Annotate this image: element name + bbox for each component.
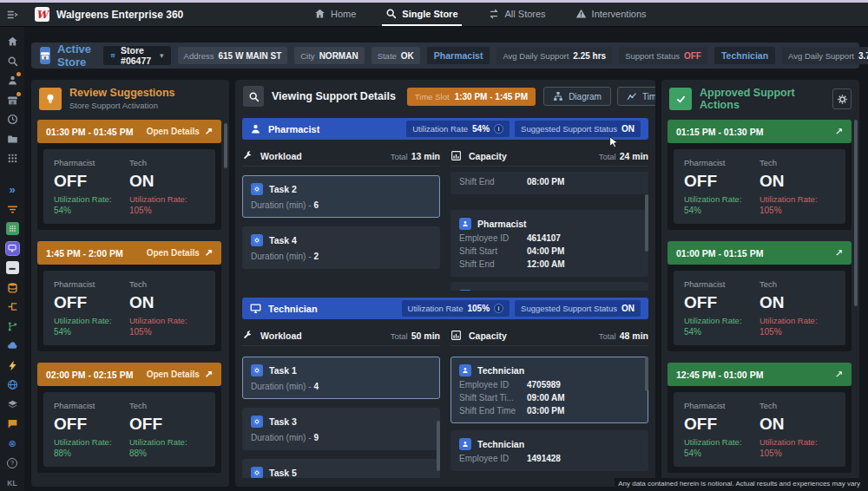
open-arrow-icon: ↗: [835, 369, 843, 380]
suggestion-card-list: 01:30 PM - 01:45 PM Open Details↗ Pharma…: [37, 120, 221, 487]
sidebar-icon-apps[interactable]: [6, 152, 19, 165]
sidebar-icon-home[interactable]: [6, 35, 19, 48]
left-icon-rail: » ▬ ⊗ ? KL: [0, 27, 24, 491]
capacity-card-partial[interactable]: Shift Start04:00 PM Shift End08:00 PM: [450, 172, 648, 194]
suggestion-card-header[interactable]: 1:45 PM - 2:00 PM Open Details↗: [37, 241, 221, 265]
store-icon: [40, 47, 50, 64]
task-card[interactable]: Task 3 Duration (min) -9: [242, 408, 440, 450]
sidebar-icon-search[interactable]: [6, 55, 19, 68]
task-card[interactable]: Task 1 Duration (min) -4: [242, 357, 440, 399]
scrollbar[interactable]: [645, 357, 648, 391]
active-store-title: Active Store: [57, 43, 91, 69]
scrollbar[interactable]: [854, 120, 858, 306]
technician-workload-column: Task 1 Duration (min) -4 Task 3 Duration…: [242, 346, 440, 478]
tech-stat: Tech OFF Utilization Rate: 88%: [129, 401, 205, 458]
task-card[interactable]: Task 2 Duration (min) -6: [242, 175, 440, 218]
sidebar-icon-filter[interactable]: [6, 203, 19, 216]
capacity-card-partial[interactable]: Technician Employee ID1491428: [450, 430, 648, 471]
workload-header: Workload Total13 min: [242, 146, 440, 167]
nav-home[interactable]: Home: [311, 3, 359, 26]
task-icon: [251, 234, 263, 246]
approved-card-header[interactable]: 01:15 PM - 01:30 PM↗: [667, 120, 852, 143]
panel-title: Approved Support Actions: [700, 87, 825, 111]
scrollbar[interactable]: [437, 421, 440, 471]
sidebar-icon-network[interactable]: [6, 378, 19, 391]
search-icon: [385, 8, 397, 19]
info-icon[interactable]: i: [494, 304, 503, 313]
sidebar-user-label[interactable]: KL: [7, 479, 16, 488]
suggestion-card-header[interactable]: 01:30 PM - 01:45 PM Open Details↗: [37, 120, 221, 143]
task-card-partial[interactable]: Task 5: [242, 459, 440, 478]
diagram-button[interactable]: Diagram: [543, 87, 611, 106]
scrollbar[interactable]: [224, 123, 227, 168]
approved-card: 12:45 PM - 01:00 PM↗ Pharmacist OFF Util…: [667, 363, 852, 473]
task-icon: [251, 183, 263, 195]
nav-all-stores[interactable]: All Stores: [484, 3, 549, 26]
sidebar-icon-flows[interactable]: [6, 300, 19, 313]
task-icon: [251, 467, 263, 478]
open-details-button[interactable]: Open Details↗: [147, 369, 213, 380]
capacity-card-partial[interactable]: Pharmacist: [450, 282, 648, 291]
capacity-card[interactable]: Technician Employee ID4705989 Shift Star…: [450, 357, 648, 423]
technician-role-badge: Technician: [714, 47, 775, 64]
sidebar-icon-automation[interactable]: [6, 359, 19, 372]
approved-card: 01:00 PM - 01:15 PM↗ Pharmacist OFF Util…: [667, 241, 852, 351]
pharmacist-workload-column: Task 2 Duration (min) -6 Task 4 Duration…: [242, 167, 440, 291]
capacity-header: Capacity Total48 min: [450, 325, 648, 346]
sidebar-icon-workspace-active[interactable]: [6, 242, 19, 255]
chevron-down-icon: ▾: [160, 51, 164, 60]
pharmacist-stat: Pharmacist OFF Utilization Rate: 88%: [54, 401, 129, 458]
panel-title: Viewing Support Details: [272, 90, 396, 102]
utilization-chip: Utilization Rate105%i: [402, 300, 510, 317]
sidebar-icon-database[interactable]: [6, 281, 19, 294]
top-navigation: Home Single Store All Stores Interventio…: [311, 3, 650, 26]
capacity-card[interactable]: Pharmacist Employee ID4614107 Shift Star…: [450, 210, 648, 277]
pharmacist-icon: [459, 290, 471, 291]
sidebar-icon-expand-chevrons[interactable]: »: [6, 183, 19, 196]
open-details-button[interactable]: Open Details↗: [147, 126, 213, 137]
open-arrow-icon: ↗: [205, 126, 213, 137]
technician-section-bar[interactable]: Technician Utilization Rate105%i Suggest…: [242, 298, 648, 319]
technician-icon: [459, 438, 471, 450]
check-circle-icon: [669, 88, 692, 110]
sidebar-icon-help[interactable]: ?: [6, 456, 19, 469]
sidebar-icon-stores[interactable]: [6, 94, 19, 107]
sidebar-icon-modules[interactable]: [6, 222, 19, 235]
sidebar-icon-branch[interactable]: [6, 320, 19, 333]
task-card[interactable]: Task 4 Duration (min) -2: [242, 226, 440, 269]
suggested-status-chip: Suggested Support StatusON: [515, 300, 641, 317]
wrench-icon: [242, 330, 253, 341]
review-suggestions-panel: Review Suggestions Store Support Activat…: [31, 80, 229, 487]
suggestion-card-header[interactable]: 02:00 PM - 02:15 PM Open Details↗: [37, 363, 221, 386]
settings-button[interactable]: [832, 88, 852, 109]
info-icon[interactable]: i: [494, 124, 503, 134]
city-field: CityNORMAN: [294, 47, 364, 64]
pharmacist-stat: Pharmacist OFF Utilization Rate: 54%: [54, 158, 129, 215]
approved-support-actions-panel: Approved Support Actions 01:15 PM - 01:3…: [661, 80, 859, 487]
nav-interventions[interactable]: Interventions: [572, 3, 650, 26]
sidebar-icon-close-box[interactable]: ⊗: [6, 437, 19, 450]
pharmacist-section-bar[interactable]: Pharmacist Utilization Rate54%i Suggeste…: [242, 118, 648, 140]
sidebar-icon-users[interactable]: [6, 74, 19, 87]
open-arrow-icon: ↗: [205, 247, 213, 259]
sidebar-icon-layers[interactable]: [6, 398, 19, 411]
timeline-button[interactable]: Timeline: [617, 87, 655, 106]
suggestion-card: 02:00 PM - 02:15 PM Open Details↗ Pharma…: [37, 363, 221, 473]
sidebar-expand-icon[interactable]: [0, 8, 24, 20]
approved-card-header[interactable]: 12:45 PM - 01:00 PM↗: [667, 363, 852, 386]
pharmacist-capacity-column: Shift Start04:00 PM Shift End08:00 PM Ph…: [450, 167, 648, 291]
viewing-support-details-panel: Viewing Support Details Time Slot1:30 PM…: [235, 80, 655, 487]
panel-subtitle: Store Support Activation: [69, 101, 175, 110]
approved-card-header[interactable]: 01:00 PM - 01:15 PM↗: [667, 241, 852, 265]
sidebar-icon-folder[interactable]: [6, 133, 19, 146]
scrollbar[interactable]: [645, 194, 648, 252]
sidebar-icon-history[interactable]: [6, 113, 19, 126]
store-selector-dropdown[interactable]: Store #06477 ▾: [103, 46, 171, 65]
open-details-button[interactable]: Open Details↗: [147, 247, 213, 259]
sidebar-icon-chat[interactable]: [6, 417, 19, 430]
pharmacist-stat: Pharmacist OFF Utilization Rate: 54%: [54, 279, 129, 337]
time-slot-badge: Time Slot1:30 PM - 1:45 PM: [407, 88, 536, 106]
nav-single-store[interactable]: Single Store: [382, 3, 461, 26]
sidebar-icon-card[interactable]: ▬: [6, 261, 19, 274]
sidebar-icon-cloud[interactable]: [6, 339, 19, 352]
